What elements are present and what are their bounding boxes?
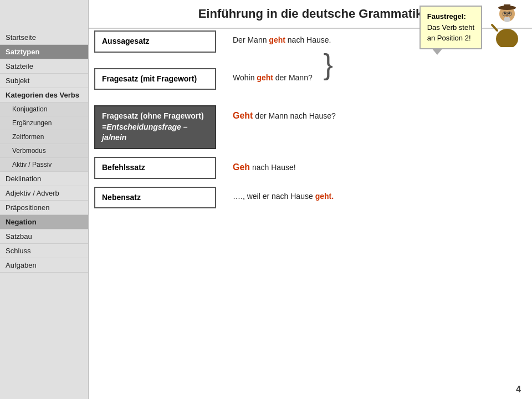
- sentence-box-nebensatz[interactable]: Nebensatz: [94, 187, 216, 209]
- sidebar-item-aufgaben[interactable]: Aufgaben: [0, 258, 88, 273]
- sidebar-item-verbmodus[interactable]: Verbmodus: [0, 144, 88, 158]
- sentence-row-befehlssatz: BefehlssatzGeh nach Hause!: [94, 157, 526, 179]
- sidebar-item-praepositionen[interactable]: Präpositionen: [0, 201, 88, 215]
- main-content: AussagesatzDer Mann geht nach Hause.Frag…: [94, 30, 526, 382]
- sentence-row-fragesatz-ohne: Fragesatz (ohne Fragewort)=Entscheidungs…: [94, 105, 526, 149]
- brace-symbol: }: [320, 30, 336, 98]
- svg-point-4: [504, 12, 506, 14]
- svg-rect-3: [504, 4, 510, 9]
- faustregel-label: Faustregel:: [427, 12, 466, 21]
- sidebar-item-schluss[interactable]: Schluss: [0, 244, 88, 258]
- sidebar-item-kategorien[interactable]: Kategorien des Verbs: [0, 88, 88, 103]
- sentence-example-nebensatz: …., weil er nach Hause geht.: [233, 187, 526, 202]
- sidebar-item-adjektiv[interactable]: Adjektiv / Adverb: [0, 186, 88, 201]
- sentence-example-fragesatz-mit: Wohin geht der Mann?: [233, 68, 331, 84]
- sentence-example-befehlssatz: Geh nach Hause!: [233, 157, 526, 175]
- sentence-example-aussagesatz: Der Mann geht nach Hause.: [233, 30, 331, 46]
- sentence-example-fragesatz-ohne: Geht der Mann nach Hause?: [233, 105, 526, 123]
- sidebar-item-satzbau[interactable]: Satzbau: [0, 229, 88, 244]
- page-number: 4: [516, 385, 521, 395]
- sidebar-item-deklination[interactable]: Deklination: [0, 172, 88, 186]
- svg-line-11: [492, 25, 497, 30]
- sidebar-item-aktiv[interactable]: Aktiv / Passiv: [0, 158, 88, 172]
- sidebar-item-subjekt[interactable]: Subjekt: [0, 74, 88, 88]
- sentence-box-fragesatz-ohne[interactable]: Fragesatz (ohne Fragewort)=Entscheidungs…: [94, 105, 216, 149]
- sentence-box-befehlssatz[interactable]: Befehlssatz: [94, 157, 216, 179]
- sidebar-item-negation[interactable]: Negation: [0, 215, 88, 229]
- sentence-box-fragesatz-mit[interactable]: Fragesatz (mit Fragewort): [94, 68, 216, 90]
- sentence-row-nebensatz: Nebensatz…., weil er nach Hause geht.: [94, 187, 526, 209]
- sidebar: StartseiteSatztypenSatzteileSubjektKateg…: [0, 0, 89, 399]
- sentence-row-aussagesatz: AussagesatzDer Mann geht nach Hause.: [94, 30, 331, 53]
- sidebar-item-ergaenzungen[interactable]: Ergänzungen: [0, 116, 88, 130]
- braced-sentences: AussagesatzDer Mann geht nach Hause.Frag…: [94, 30, 526, 98]
- sentence-box-aussagesatz[interactable]: Aussagesatz: [94, 30, 216, 53]
- svg-point-10: [504, 17, 510, 22]
- sidebar-item-satztypen[interactable]: Satztypen: [0, 45, 88, 59]
- svg-point-5: [508, 12, 510, 14]
- sidebar-item-startseite[interactable]: Startseite: [0, 30, 88, 45]
- sidebar-item-zeitformen[interactable]: Zeitformen: [0, 130, 88, 144]
- sidebar-item-konjugation[interactable]: Konjugation: [0, 103, 88, 116]
- sidebar-item-satzteile[interactable]: Satzteile: [0, 59, 88, 74]
- sentence-row-fragesatz-mit: Fragesatz (mit Fragewort)Wohin geht der …: [94, 68, 331, 90]
